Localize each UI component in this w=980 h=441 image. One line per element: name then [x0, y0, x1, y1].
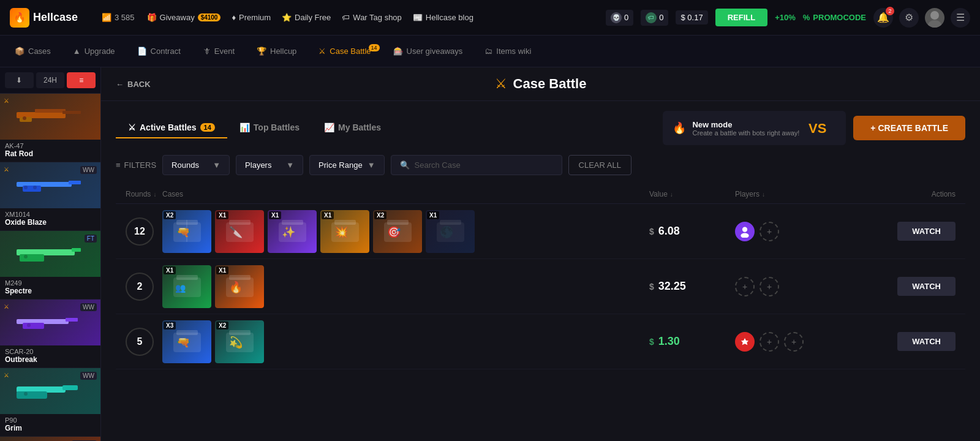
nav-user-giveaways[interactable]: 🎰 User giveaways [383, 43, 473, 59]
skull-icon: 💀 [611, 12, 622, 23]
players-filter[interactable]: Players ▼ [236, 155, 303, 175]
create-battle-button[interactable]: + CREATE BATTLE [853, 116, 965, 140]
case-count: X1 [269, 211, 281, 219]
xm1014-badge: WW [80, 166, 97, 174]
sidebar-24h-btn[interactable]: 24H [36, 72, 65, 88]
add-player-button[interactable]: + [735, 277, 755, 296]
sidebar: ⬇ 24H ≡ AK-47 Rat Rod ⚔ XM1014 Oxide Bla… [0, 67, 101, 441]
p90-vs-badge: ⚔ [4, 372, 9, 379]
nav-hellcup[interactable]: 🏆 Hellcup [247, 43, 306, 59]
bell-button[interactable]: 🔔 2 [873, 8, 893, 28]
row2-actions: WATCH [845, 277, 956, 296]
svg-text:VS: VS [809, 121, 826, 136]
premium-icon: ♦ [232, 13, 236, 22]
svg-rect-21 [62, 385, 78, 390]
tab-my-battles[interactable]: 📈 My Battles [312, 118, 393, 138]
nav-items-wiki[interactable]: 🗂 Items wiki [475, 43, 541, 59]
tab-active-battles[interactable]: ⚔ Active Battles 14 [116, 118, 227, 138]
nav-cases[interactable]: 📦 Cases [5, 43, 61, 59]
sidebar-item-mag7[interactable]: MAG-7 Sotek S... MW ST ⚔ [0, 437, 100, 441]
promocode-button[interactable]: % PROMOCODE [803, 13, 866, 22]
add-player-button[interactable]: + [784, 332, 804, 352]
page-title-icon: ⚔ [495, 76, 507, 92]
ak47-img [0, 94, 100, 140]
rounds-filter[interactable]: Rounds ▼ [162, 155, 230, 175]
rounds-sort-icon[interactable]: ↓ [153, 191, 156, 198]
nav-event[interactable]: 🗡 Event [193, 43, 244, 59]
wiki-label: Items wiki [496, 47, 531, 56]
nav-upgrade[interactable]: ▲ Upgrade [63, 43, 125, 59]
sidebar-item-scar20[interactable]: SCAR-20 Outbreak WW ⚔ [0, 300, 100, 368]
value-header-label: Value [649, 190, 668, 198]
tag-icon: 🏷 [646, 12, 657, 23]
back-button[interactable]: ← BACK [116, 80, 151, 89]
value-sort-icon[interactable]: ↓ [670, 191, 673, 198]
search-filter[interactable]: 🔍 [391, 155, 562, 175]
plus10-button[interactable]: +10% [775, 13, 796, 22]
add-player-button[interactable]: + [760, 222, 779, 241]
ak47-title: Rat Rod [5, 149, 96, 158]
nav-blog[interactable]: 📰 Hellcase blog [413, 13, 473, 22]
svg-rect-43 [387, 220, 409, 225]
cases-list-row3: 🔫 X3 💫 X2 [162, 320, 649, 363]
price-range-filter[interactable]: Price Range ▼ [309, 155, 384, 175]
row3-players: + + [735, 332, 845, 352]
sidebar-item-m249[interactable]: M249 Spectre FT [0, 231, 100, 300]
svg-point-1 [928, 20, 941, 28]
battle-right: 🔥 New mode Create a battle with bots rig… [663, 111, 965, 145]
row1-actions: WATCH [845, 222, 956, 241]
nav-premium[interactable]: ♦ Premium [232, 13, 271, 22]
case-battle-badge: 14 [369, 44, 380, 51]
add-player-button[interactable]: + [760, 332, 779, 352]
svg-rect-17 [66, 318, 78, 322]
logo-text: Hellcase [33, 11, 78, 24]
sidebar-item-ak47[interactable]: AK-47 Rat Rod ⚔ [0, 94, 100, 162]
round-number-5: 5 [126, 328, 162, 356]
case-item: 💫 X2 [215, 320, 264, 363]
giveaway-label: Giveaway [160, 13, 195, 22]
menu-button[interactable]: ☰ [951, 8, 970, 28]
sidebar-item-p90[interactable]: P90 Grim WW ⚔ [0, 368, 100, 437]
dollar-currency: $ 0.17 [676, 10, 707, 24]
new-mode-desc: Create a battle with bots right away! [692, 129, 799, 137]
nav-daily-free[interactable]: ⭐ Daily Free [282, 13, 331, 22]
players-filter-label: Players [245, 160, 271, 170]
case-battle-icon: ⚔ [318, 47, 326, 56]
svg-rect-40 [334, 220, 356, 225]
nav-contract[interactable]: 📄 Contract [127, 43, 190, 59]
my-battles-label: My Battles [338, 123, 381, 132]
sidebar-download-btn[interactable]: ⬇ [5, 72, 34, 88]
watch-button-row3[interactable]: WATCH [897, 332, 956, 351]
search-input[interactable] [415, 160, 553, 170]
avatar[interactable] [925, 8, 944, 28]
nav-giveaway[interactable]: 🎁 Giveaway $4100 [147, 13, 221, 22]
watch-button-row2[interactable]: WATCH [897, 277, 956, 296]
nav-case-battle[interactable]: ⚔ Case Battle 14 [309, 43, 380, 59]
p90-badge: WW [80, 372, 97, 380]
nav-war-tag[interactable]: 🏷 War Tag shop [342, 13, 402, 22]
upgrade-icon: ▲ [73, 47, 81, 56]
ak47-info: AK-47 Rat Rod [0, 140, 100, 162]
clear-all-button[interactable]: CLEAR ALL [568, 155, 631, 175]
logo[interactable]: 🔥 Hellcase [10, 8, 89, 28]
case-item: 👥 X1 [162, 265, 211, 308]
refill-button[interactable]: REFILL [715, 9, 768, 26]
tab-top-battles[interactable]: 📊 Top Battles [227, 118, 312, 138]
giveaways-label: User giveaways [407, 47, 463, 56]
add-player-button[interactable]: + [760, 277, 779, 296]
war-tag-label: War Tag shop [353, 13, 402, 22]
case-item: 🔫 X2 [162, 210, 211, 253]
round-circle-12: 12 [126, 217, 154, 246]
watch-button-row1[interactable]: WATCH [897, 222, 956, 241]
players-sort-icon[interactable]: ↓ [762, 191, 765, 198]
ak47-vs-badge: ⚔ [4, 97, 9, 104]
cases-label: Cases [28, 47, 51, 56]
sidebar-item-xm1014[interactable]: XM1014 Oxide Blaze WW ⚔ [0, 162, 100, 231]
page-title-area: ⚔ Case Battle [495, 76, 587, 92]
svg-text:🔪: 🔪 [229, 225, 243, 239]
top-battles-label: Top Battles [254, 123, 300, 132]
battle-table: Rounds ↓ Cases Value ↓ Players ↓ [116, 185, 965, 369]
settings-button[interactable]: ⚙ [899, 8, 919, 28]
giveaway-badge: $4100 [198, 13, 221, 21]
sidebar-filter-btn[interactable]: ≡ [67, 72, 96, 88]
